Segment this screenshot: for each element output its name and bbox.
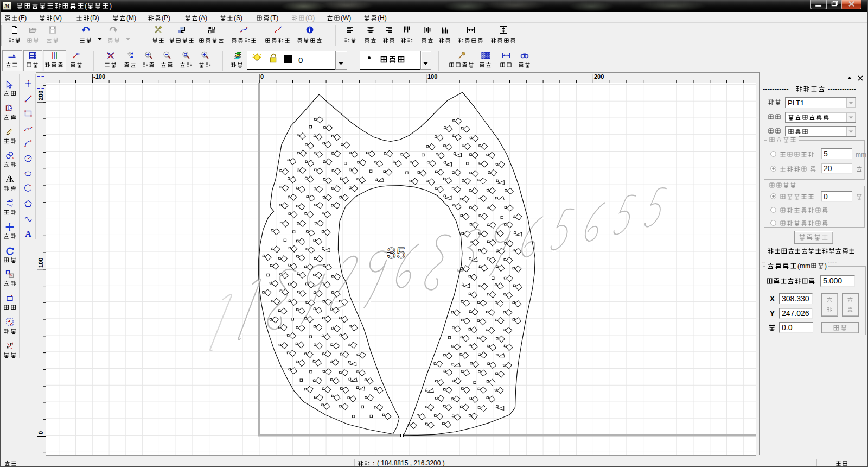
- svg-text:0: 0: [260, 73, 264, 80]
- svg-text:100: 100: [427, 73, 437, 80]
- svg-text:-100: -100: [93, 73, 105, 80]
- svg-text:0: 0: [37, 431, 44, 434]
- svg-text:200: 200: [594, 73, 604, 80]
- svg-text:200: 200: [37, 91, 44, 100]
- svg-text:100: 100: [37, 258, 44, 268]
